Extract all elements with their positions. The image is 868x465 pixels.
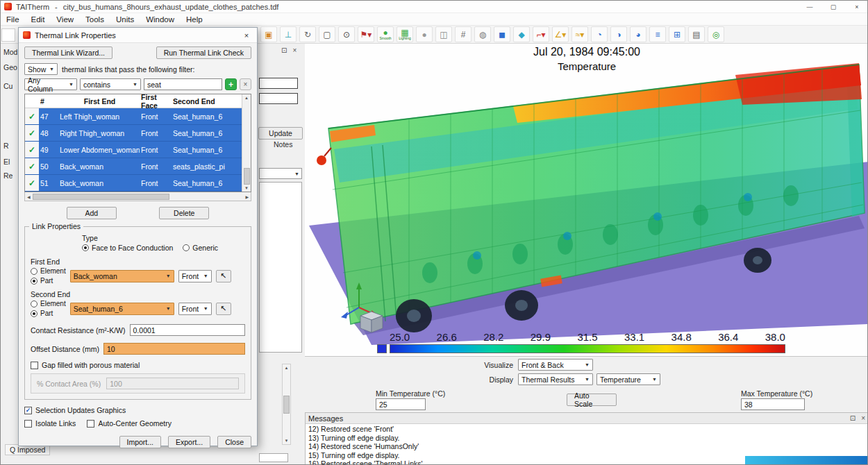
viewport-3d[interactable]: Jul 20, 1984 09:45:00 Temperature 25.0 2… [305,44,868,356]
left-panel-label[interactable]: Cu [3,82,12,90]
maximize-icon[interactable]: ▢ [821,1,845,13]
selection-updates-graphics-checkbox[interactable]: ✓ Selection Updates Graphics [24,406,251,414]
zoom-select-icon[interactable]: ⊙ [338,26,355,42]
left-panel-label[interactable]: Geo [3,63,17,71]
table-vertical-scrollbar[interactable]: ▲ ▼ [242,94,251,192]
menu-item[interactable]: File [6,15,19,24]
visualize-select[interactable]: Front & Back ▼ [518,359,593,371]
table-row[interactable]: ✓ 51 Back_woman Front Seat_human_6 [25,175,242,192]
first-end-pick-button[interactable]: ↖ [216,270,231,282]
table-row[interactable]: ✓ 47 Left Thigh_woman Front Seat_human_6 [25,108,242,125]
thermal-link-wizard-button[interactable]: Thermal Link Wizard... [24,46,112,59]
table-view-icon[interactable]: ⊞ [669,26,685,42]
panel-close-icon[interactable]: × [861,414,865,422]
panel-field-fragment[interactable] [259,78,298,89]
measure-angle-icon[interactable]: ∠▾ [552,26,569,42]
left-panel-label[interactable]: Re [3,171,12,180]
close-button[interactable]: Close [217,436,251,448]
auto-scale-button[interactable]: Auto Scale [567,394,617,406]
first-end-part-select[interactable]: Back_woman ▼ [70,270,174,282]
dialog-titlebar[interactable]: Thermal Link Properties × [19,28,257,43]
left-panel-label[interactable]: El [3,158,10,166]
first-end-face-select[interactable]: Front ▼ [178,270,212,282]
display-variable-select[interactable]: Temperature ▼ [596,373,660,385]
panel-float-icon[interactable]: ⊡ [281,46,287,54]
scroll-up-icon[interactable]: ▲ [285,366,289,370]
notes-textarea-fragment[interactable] [259,182,302,353]
pin-view-icon[interactable]: ⊥ [280,26,297,42]
probe-flag-icon[interactable]: ⚑▾ [358,26,374,42]
measure-curve-icon[interactable]: ≈▾ [571,26,588,42]
measure-length-icon[interactable]: ⌐▾ [533,26,549,42]
table-header[interactable]: # First End First Face Second End [25,94,251,108]
menu-item[interactable]: View [56,15,74,24]
run-thermal-link-check-button[interactable]: Run Thermal Link Check [156,46,251,59]
lighting-icon[interactable]: ▦ Lighting [397,26,413,42]
time-current-icon[interactable]: ◑ [610,26,627,42]
add-button[interactable]: Add [67,207,117,219]
view-cube-icon[interactable]: ◼ [494,26,510,42]
first-end-part-radio[interactable]: Part [31,277,66,285]
record-icon[interactable]: ◎ [708,26,724,42]
panel-combo-fragment[interactable]: ▼ [259,168,302,179]
menu-item[interactable]: Edit [31,15,45,24]
radio-generic[interactable]: Generic [183,244,218,252]
min-temperature-field[interactable]: 25 [376,398,426,410]
second-end-element-radio[interactable]: Element [31,300,66,307]
filter-value-input[interactable]: seat [144,78,222,90]
shaded-sphere-icon[interactable]: ● [416,26,433,42]
offset-distance-field[interactable]: 10 [103,343,245,355]
scroll-up-icon[interactable]: ▲ [244,96,249,100]
table-horizontal-scrollbar[interactable]: ◀ ▶ [24,192,251,201]
dialog-close-icon[interactable]: × [240,31,253,40]
select-region-icon[interactable]: ▢ [319,26,335,42]
panel-close-icon[interactable]: × [292,46,297,54]
close-icon[interactable]: × [845,1,868,13]
clear-filter-icon[interactable]: × [240,78,251,90]
menu-item[interactable]: Tools [85,15,104,24]
import-button[interactable]: Import... [119,436,162,448]
left-panel-label[interactable]: R [3,142,9,150]
filter-column-select[interactable]: Any Column ▼ [24,78,77,90]
display-mode-select[interactable]: Thermal Results ▼ [518,373,593,385]
menu-item[interactable]: Window [146,15,174,24]
export-button[interactable]: Export... [168,436,210,448]
panel-field-fragment[interactable] [259,93,298,104]
auto-center-geometry-checkbox[interactable]: Auto-Center Geometry [87,419,172,428]
show-select[interactable]: Show ▼ [24,63,58,75]
minimize-icon[interactable]: — [798,1,821,13]
scroll-right-icon[interactable]: ▶ [245,194,249,199]
globe-icon[interactable]: ◍ [474,26,491,42]
rotate-view-icon[interactable]: ↻ [299,26,316,42]
scroll-left-icon[interactable]: ◀ [27,194,31,199]
time-back-icon[interactable]: ◔ [591,26,608,42]
update-button[interactable]: Update [258,127,303,140]
bus-thermal-render[interactable] [305,44,868,356]
panel-scrollbar[interactable]: ▲ ▼ [282,364,291,445]
time-forward-icon[interactable]: ◕ [630,26,646,42]
scroll-thumb[interactable] [33,194,170,200]
delete-button[interactable]: Delete [159,207,209,219]
report-icon[interactable]: ▤ [688,26,705,42]
first-end-element-radio[interactable]: Element [31,267,66,275]
add-filter-icon[interactable]: + [225,78,237,90]
smooth-shading-icon[interactable]: ● Smooth [377,26,394,42]
fly-mode-icon[interactable]: ◆ [513,26,530,42]
table-row[interactable]: ✓ 48 Right Thigh_woman Front Seat_human_… [25,125,242,142]
isolate-links-checkbox[interactable]: Isolate Links [24,419,76,428]
second-end-face-select[interactable]: Front ▼ [178,303,212,315]
menu-item[interactable]: Units [116,15,134,24]
gap-filled-checkbox[interactable]: Gap filled with porous material [31,361,245,369]
scroll-down-icon[interactable]: ▼ [244,186,249,190]
panel-field-fragment[interactable] [259,453,288,462]
radio-face-to-face[interactable]: Face to Face Conduction [82,244,173,252]
scroll-thumb[interactable] [283,396,290,414]
mesh-grid-icon[interactable]: # [455,26,471,42]
table-row[interactable]: ✓ 49 Lower Abdomen_woman Front Seat_huma… [25,142,242,158]
contact-resistance-field[interactable]: 0.0001 [130,324,245,336]
second-end-pick-button[interactable]: ↖ [216,303,231,315]
scroll-thumb[interactable] [244,168,250,185]
second-end-part-select[interactable]: Seat_human_6 ▼ [70,303,174,315]
scroll-down-icon[interactable]: ▼ [285,439,289,443]
panel-float-icon[interactable]: ⊡ [850,414,856,422]
